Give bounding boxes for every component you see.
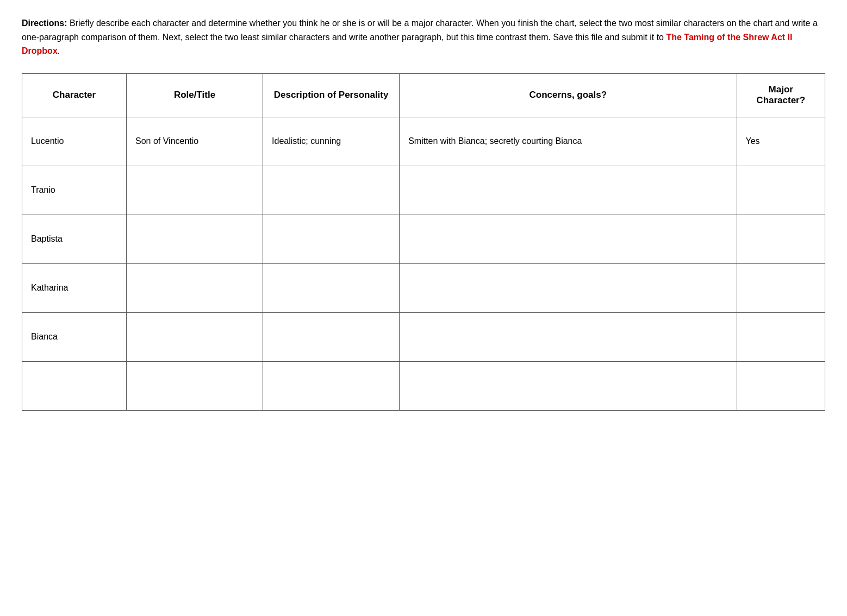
col-header-concerns: Concerns, goals?	[400, 73, 737, 117]
cell-major-0: Yes	[737, 117, 825, 166]
cell-concerns-2	[400, 215, 737, 263]
cell-description-4	[263, 312, 400, 361]
table-row: Baptista	[22, 215, 825, 263]
cell-role-1	[127, 166, 263, 215]
directions-block: Directions: Briefly describe each charac…	[22, 16, 825, 58]
directions-label: Directions:	[22, 18, 67, 28]
col-header-description: Description of Personality	[263, 73, 400, 117]
cell-description-0: Idealistic; cunning	[263, 117, 400, 166]
cell-role-0: Son of Vincentio	[127, 117, 263, 166]
cell-description-5	[263, 361, 400, 410]
cell-major-3	[737, 263, 825, 312]
cell-major-5	[737, 361, 825, 410]
table-header-row: Character Role/Title Description of Pers…	[22, 73, 825, 117]
cell-description-1	[263, 166, 400, 215]
col-header-major: Major Character?	[737, 73, 825, 117]
cell-character-1: Tranio	[22, 166, 127, 215]
cell-character-4: Bianca	[22, 312, 127, 361]
cell-concerns-5	[400, 361, 737, 410]
cell-major-2	[737, 215, 825, 263]
col-header-role: Role/Title	[127, 73, 263, 117]
cell-character-3: Katharina	[22, 263, 127, 312]
cell-description-2	[263, 215, 400, 263]
table-row: Bianca	[22, 312, 825, 361]
cell-concerns-3	[400, 263, 737, 312]
cell-concerns-1	[400, 166, 737, 215]
cell-character-0: Lucentio	[22, 117, 127, 166]
cell-role-5	[127, 361, 263, 410]
table-row	[22, 361, 825, 410]
cell-concerns-4	[400, 312, 737, 361]
table-row: Tranio	[22, 166, 825, 215]
cell-character-5	[22, 361, 127, 410]
cell-major-1	[737, 166, 825, 215]
table-row: Katharina	[22, 263, 825, 312]
cell-role-3	[127, 263, 263, 312]
cell-role-2	[127, 215, 263, 263]
cell-role-4	[127, 312, 263, 361]
cell-concerns-0: Smitten with Bianca; secretly courting B…	[400, 117, 737, 166]
cell-description-3	[263, 263, 400, 312]
cell-character-2: Baptista	[22, 215, 127, 263]
character-table: Character Role/Title Description of Pers…	[22, 73, 825, 411]
col-header-character: Character	[22, 73, 127, 117]
directions-suffix: .	[58, 46, 60, 55]
table-row: LucentioSon of VincentioIdealistic; cunn…	[22, 117, 825, 166]
cell-major-4	[737, 312, 825, 361]
